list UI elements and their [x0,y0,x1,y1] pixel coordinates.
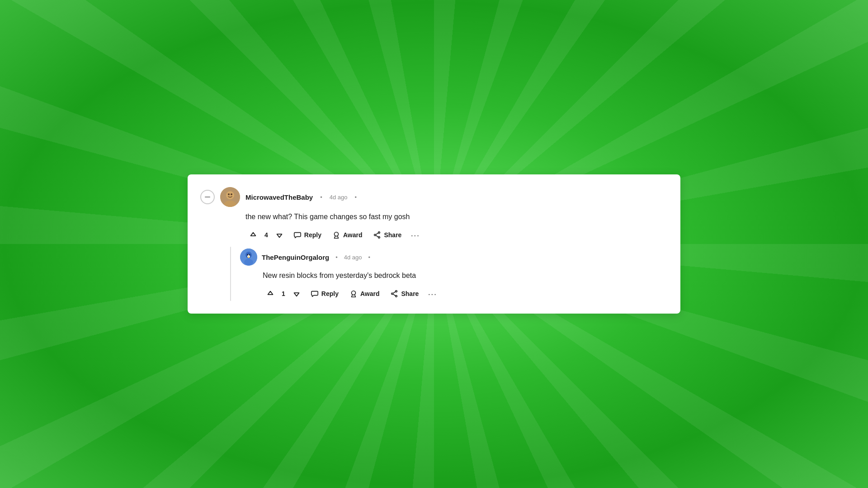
comment-1-upvote[interactable] [245,228,261,242]
comment-2-more-button[interactable]: ··· [425,286,439,301]
comment-2-dot2: • [368,254,371,261]
comment-1-more-button[interactable]: ··· [408,228,422,242]
comment-1: MicrowavedTheBaby • 4d ago • the new wha… [200,187,668,301]
comment-1-dot2: • [355,194,357,201]
comment-2-username[interactable]: ThePenguinOrgalorg [262,253,329,261]
comment-1-downvote[interactable] [272,228,287,242]
comment-2-award-label: Award [360,290,380,297]
svg-point-2 [226,191,234,199]
comment-2-timestamp: 4d ago [344,254,362,261]
comment-1-header: MicrowavedTheBaby • 4d ago • [220,187,668,207]
svg-point-14 [247,254,249,256]
svg-point-7 [378,232,380,234]
comment-1-reply-button[interactable]: Reply [289,228,326,242]
comment-1-share-button[interactable]: Share [368,228,406,242]
comment-1-avatar [220,187,240,207]
svg-point-16 [248,257,250,258]
svg-point-18 [351,291,355,295]
svg-point-6 [334,232,338,236]
comment-1-dot1: • [320,194,322,201]
comment-2-reply-label: Reply [321,290,339,297]
svg-point-9 [374,234,376,236]
comment-1-award-label: Award [343,231,363,239]
svg-point-20 [396,296,397,297]
comment-1-actions: 4 Reply [245,228,668,242]
svg-point-19 [396,291,397,292]
comment-2-reply-button[interactable]: Reply [306,287,343,300]
comment-2-upvote[interactable] [263,287,278,300]
comment-2-award-button[interactable]: Award [345,287,384,300]
comment-1-username[interactable]: MicrowavedTheBaby [245,193,313,201]
comment-1-share-label: Share [384,231,401,239]
thread-container: ThePenguinOrgalorg • 4d ago • New resin … [230,247,668,301]
comment-1-award-button[interactable]: Award [328,228,367,242]
collapse-button[interactable] [200,190,215,204]
svg-point-17 [244,259,253,265]
comment-2: ThePenguinOrgalorg • 4d ago • New resin … [240,247,668,301]
comment-2-share-button[interactable]: Share [386,287,423,300]
svg-point-5 [231,193,232,195]
comment-2-share-label: Share [401,290,419,297]
svg-point-21 [392,293,393,295]
comment-card: MicrowavedTheBaby • 4d ago • the new wha… [188,174,680,314]
comment-2-dot1: • [335,254,338,261]
comment-2-header: ThePenguinOrgalorg • 4d ago • [240,249,668,266]
comment-2-body: New resin blocks from yesterday's bedroc… [263,270,668,281]
comment-2-avatar [240,249,257,266]
comment-2-downvote[interactable] [289,287,304,300]
comment-1-body: the new what? This game changes so fast … [245,211,668,222]
comment-2-vote-count: 1 [280,290,287,297]
svg-point-15 [249,254,250,256]
comment-1-reply-label: Reply [304,231,321,239]
svg-point-4 [228,193,230,195]
thread-line [230,247,231,301]
comment-1-vote-count: 4 [263,231,270,239]
comment-2-actions: 1 [263,286,668,301]
svg-point-8 [378,237,380,239]
comment-1-timestamp: 4d ago [330,194,348,201]
svg-rect-0 [205,197,210,197]
